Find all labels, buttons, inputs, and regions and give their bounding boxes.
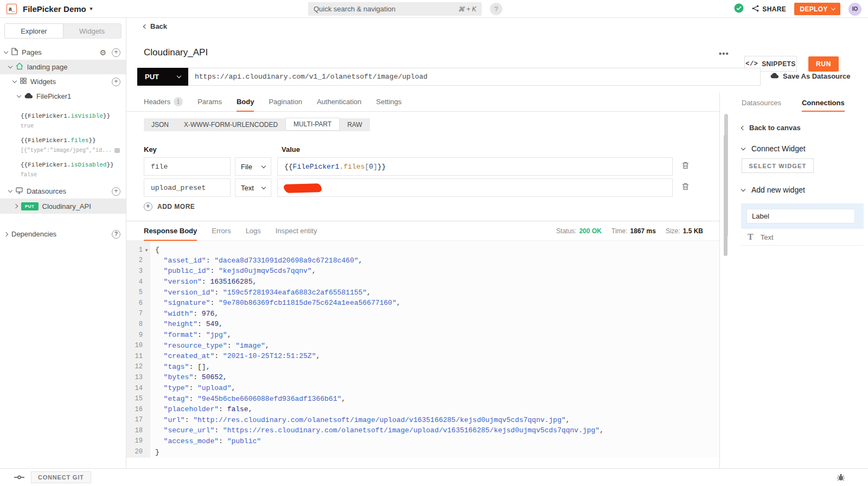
back-label: Back (150, 22, 167, 30)
help-circle-icon[interactable]: ? (112, 230, 120, 239)
tab-logs[interactable]: Logs (246, 221, 261, 241)
key-column-label: Key (144, 145, 157, 154)
line-number: 19 (126, 437, 143, 445)
type-dropdown[interactable]: File (235, 157, 271, 176)
sidebar-item-dependencies[interactable]: Dependencies ? (0, 227, 126, 241)
value-field[interactable]: {{FilePicker1.files[0]}} (277, 157, 673, 176)
deploy-button[interactable]: DEPLOY (794, 3, 840, 15)
more-options-icon[interactable]: ••• (719, 49, 729, 58)
line-number: 17 (126, 416, 143, 424)
back-button[interactable]: Back (144, 22, 167, 30)
select-widget-button[interactable]: SELECT WIDGET (742, 158, 814, 173)
status-bar: CONNECT GIT (0, 468, 868, 486)
search-shortcut: ⌘ + K (458, 5, 476, 13)
topbar: a_ FilePicker Demo ▾ Quick search & navi… (0, 0, 868, 18)
text-widget-card[interactable]: T Text (741, 229, 864, 246)
back-to-canvas-button[interactable]: Back to canvas (742, 124, 801, 132)
add-widget-icon[interactable]: + (112, 78, 120, 86)
line-number: 9 (126, 331, 143, 339)
explorer-sidebar: Explorer Widgets Pages ⚙ + landing page (0, 18, 126, 468)
line-number: 3 (126, 267, 143, 275)
key-input[interactable] (144, 178, 231, 197)
sidebar-item-datasources[interactable]: Datasources + (0, 184, 126, 199)
method-dropdown[interactable]: PUT (137, 68, 188, 86)
tab-body[interactable]: Body (237, 92, 254, 112)
quick-search-input[interactable]: Quick search & navigation ⌘ + K (308, 2, 482, 16)
saved-check-icon (734, 3, 744, 15)
tab-params[interactable]: Params (197, 92, 222, 112)
filepicker-label: FilePicker1 (36, 92, 71, 100)
run-button[interactable]: RUN (808, 56, 839, 72)
api-title[interactable]: Cloudinary_API (144, 47, 208, 58)
tab-response-body[interactable]: Response Body (144, 221, 197, 241)
type-dropdown[interactable]: Text (235, 178, 271, 197)
debugger-bug-icon[interactable] (837, 473, 845, 482)
code-line: 17 "url": "http://res.cloudinary.com/ola… (126, 415, 719, 426)
tab-settings[interactable]: Settings (376, 92, 401, 112)
expand-value-icon[interactable] (114, 148, 120, 153)
label-widget-input[interactable] (746, 209, 855, 223)
fold-caret-icon[interactable]: ▾ (143, 247, 150, 253)
add-new-widget-section[interactable]: Add new widget (742, 186, 805, 194)
key-input[interactable] (144, 157, 231, 176)
input-widget-card[interactable] (741, 203, 864, 229)
appsmith-logo-icon[interactable]: a_ (7, 4, 17, 14)
cloud-icon (770, 72, 778, 80)
chevron-right-icon (14, 204, 18, 208)
chevron-down-icon (4, 49, 8, 54)
binding-expression[interactable]: {{FilePicker1.isDisabled}} (0, 159, 126, 170)
code-text: "version": 1635166285, (155, 278, 257, 286)
tab-errors[interactable]: Errors (212, 221, 231, 241)
chevron-down-icon (261, 163, 266, 168)
tab-headers[interactable]: Headers 1 (144, 92, 183, 112)
line-number: 11 (126, 353, 143, 360)
vertical-scrollbar[interactable] (724, 135, 727, 256)
landing-page-label: landing page (27, 63, 67, 71)
save-as-datasource-label: Save As Datasource (783, 72, 851, 80)
app-title-menu[interactable]: FilePicker Demo ▾ (23, 4, 92, 14)
code-line: 2 "asset_id": "dacea8d7331091d20698a9c67… (126, 255, 719, 266)
tab-raw[interactable]: RAW (340, 118, 370, 131)
tab-inspect-entity[interactable]: Inspect entity (276, 221, 317, 241)
help-icon[interactable]: ? (490, 3, 502, 15)
help-glyph: ? (494, 5, 498, 13)
tab-multi-part[interactable]: MULTI-PART (285, 118, 340, 131)
binding-value: false (0, 170, 126, 179)
avatar[interactable]: IO (848, 3, 861, 16)
sidebar-item-cloudinary-api[interactable]: PUT Cloudinary_API (0, 199, 126, 214)
gear-icon[interactable]: ⚙ (99, 48, 106, 57)
request-response-pane: Headers 1 Params Body Pagination Authent… (126, 92, 719, 468)
method-badge: PUT (21, 202, 39, 210)
tab-explorer[interactable]: Explorer (4, 23, 63, 39)
delete-row-icon[interactable] (682, 183, 689, 193)
pages-label: Pages (22, 48, 42, 56)
value-field-redacted[interactable] (277, 178, 673, 197)
tab-pagination[interactable]: Pagination (269, 92, 302, 112)
sidebar-item-widgets[interactable]: Widgets + (0, 74, 126, 89)
delete-row-icon[interactable] (682, 162, 689, 171)
tab-connections[interactable]: Connections (802, 99, 845, 112)
sidebar-item-landing-page[interactable]: landing page (0, 60, 126, 74)
tab-json[interactable]: JSON (144, 118, 176, 131)
code-text: "signature": "9e780b86369fcb11815de75c62… (155, 299, 401, 307)
url-input[interactable] (188, 68, 761, 86)
share-button[interactable]: SHARE (752, 5, 786, 14)
form-row: Text (144, 178, 689, 197)
add-more-button[interactable]: + ADD MORE (144, 202, 195, 211)
tab-widgets[interactable]: Widgets (63, 24, 121, 38)
add-page-icon[interactable]: + (112, 48, 120, 57)
sidebar-item-pages[interactable]: Pages ⚙ + (0, 45, 126, 60)
connect-git-button[interactable]: CONNECT GIT (31, 471, 91, 483)
save-as-datasource-button[interactable]: Save As Datasource (770, 72, 851, 80)
tab-datasources[interactable]: Datasources (742, 99, 781, 112)
sidebar-item-filepicker[interactable]: FilePicker1 (0, 89, 126, 104)
add-datasource-icon[interactable]: + (112, 187, 120, 196)
tab-authentication[interactable]: Authentication (317, 92, 361, 112)
line-number: 15 (126, 395, 143, 402)
code-text: "public_id": "kejsd0ujmqv5cds7qqnv", (155, 267, 316, 275)
tab-x-www-form-urlencoded[interactable]: X-WWW-FORM-URLENCODED (176, 118, 285, 131)
redaction-scribble (284, 184, 321, 192)
binding-expression[interactable]: {{FilePicker1.isVisible}} (0, 111, 126, 122)
connect-widget-section[interactable]: Connect Widget (742, 144, 806, 153)
binding-expression[interactable]: {{FilePicker1.files}} (0, 135, 126, 146)
